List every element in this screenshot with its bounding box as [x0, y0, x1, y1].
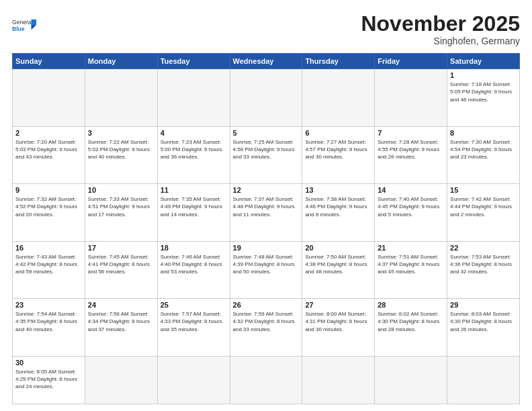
day-17: 17 Sunrise: 7:45 AM Sunset: 4:41 PM Dayl…	[85, 241, 157, 299]
day-3: 3 Sunrise: 7:22 AM Sunset: 5:02 PM Dayli…	[85, 126, 157, 184]
logo-icon: GeneralBlue	[12, 12, 38, 38]
empty-cell	[375, 69, 447, 127]
day-7: 7 Sunrise: 7:28 AM Sunset: 4:55 PM Dayli…	[375, 126, 447, 184]
subtitle: Singhofen, Germany	[361, 36, 520, 46]
calendar-row-1: 1 Sunrise: 7:18 AM Sunset: 5:05 PM Dayli…	[13, 69, 520, 127]
weekday-header-row: Sunday Monday Tuesday Wednesday Thursday…	[13, 54, 520, 69]
empty-cell	[85, 69, 157, 127]
header-sunday: Sunday	[13, 54, 85, 69]
day-4: 4 Sunrise: 7:23 AM Sunset: 5:00 PM Dayli…	[157, 126, 230, 184]
empty-cell	[375, 356, 447, 404]
day-27: 27 Sunrise: 8:00 AM Sunset: 4:31 PM Dayl…	[302, 299, 375, 357]
header-wednesday: Wednesday	[230, 54, 302, 69]
calendar-row-3: 9 Sunrise: 7:32 AM Sunset: 4:52 PM Dayli…	[13, 184, 520, 242]
day-25: 25 Sunrise: 7:57 AM Sunset: 4:33 PM Dayl…	[157, 299, 230, 357]
svg-marker-2	[32, 19, 37, 25]
title-block: November 2025 Singhofen, Germany	[361, 12, 520, 46]
day-10: 10 Sunrise: 7:33 AM Sunset: 4:51 PM Dayl…	[85, 184, 157, 242]
svg-text:General: General	[12, 19, 33, 26]
header-monday: Monday	[85, 54, 157, 69]
empty-cell	[302, 69, 375, 127]
empty-cell	[85, 356, 157, 404]
day-5: 5 Sunrise: 7:25 AM Sunset: 4:58 PM Dayli…	[230, 126, 302, 184]
day-20: 20 Sunrise: 7:50 AM Sunset: 4:38 PM Dayl…	[302, 241, 375, 299]
month-title: November 2025	[361, 12, 520, 36]
empty-cell	[13, 69, 85, 127]
logo: GeneralBlue	[12, 12, 38, 38]
day-24: 24 Sunrise: 7:56 AM Sunset: 4:34 PM Dayl…	[85, 299, 157, 357]
day-2: 2 Sunrise: 7:20 AM Sunset: 5:03 PM Dayli…	[13, 126, 85, 184]
day-6: 6 Sunrise: 7:27 AM Sunset: 4:57 PM Dayli…	[302, 126, 375, 184]
day-18: 18 Sunrise: 7:46 AM Sunset: 4:40 PM Dayl…	[157, 241, 230, 299]
day-21: 21 Sunrise: 7:51 AM Sunset: 4:37 PM Dayl…	[375, 241, 447, 299]
day-23: 23 Sunrise: 7:54 AM Sunset: 4:35 PM Dayl…	[13, 299, 85, 357]
day-22: 22 Sunrise: 7:53 AM Sunset: 4:36 PM Dayl…	[447, 241, 520, 299]
day-9: 9 Sunrise: 7:32 AM Sunset: 4:52 PM Dayli…	[13, 184, 85, 242]
svg-text:Blue: Blue	[12, 26, 25, 32]
day-14: 14 Sunrise: 7:40 AM Sunset: 4:45 PM Dayl…	[375, 184, 447, 242]
empty-cell	[157, 69, 230, 127]
calendar-table: Sunday Monday Tuesday Wednesday Thursday…	[12, 53, 520, 404]
day-1: 1 Sunrise: 7:18 AM Sunset: 5:05 PM Dayli…	[447, 69, 520, 127]
day-29: 29 Sunrise: 8:03 AM Sunset: 4:30 PM Dayl…	[447, 299, 520, 357]
calendar-row-2: 2 Sunrise: 7:20 AM Sunset: 5:03 PM Dayli…	[13, 126, 520, 184]
empty-cell	[230, 356, 302, 404]
header: GeneralBlue November 2025 Singhofen, Ger…	[12, 12, 520, 46]
empty-cell	[302, 356, 375, 404]
day-8: 8 Sunrise: 7:30 AM Sunset: 4:54 PM Dayli…	[447, 126, 520, 184]
header-tuesday: Tuesday	[157, 54, 230, 69]
day-16: 16 Sunrise: 7:43 AM Sunset: 4:42 PM Dayl…	[13, 241, 85, 299]
day-19: 19 Sunrise: 7:48 AM Sunset: 4:39 PM Dayl…	[230, 241, 302, 299]
day-12: 12 Sunrise: 7:37 AM Sunset: 4:48 PM Dayl…	[230, 184, 302, 242]
day-11: 11 Sunrise: 7:35 AM Sunset: 4:49 PM Dayl…	[157, 184, 230, 242]
day-13: 13 Sunrise: 7:38 AM Sunset: 4:46 PM Dayl…	[302, 184, 375, 242]
day-26: 26 Sunrise: 7:59 AM Sunset: 4:32 PM Dayl…	[230, 299, 302, 357]
empty-cell	[230, 69, 302, 127]
day-30: 30 Sunrise: 8:05 AM Sunset: 4:29 PM Dayl…	[13, 356, 85, 404]
page: GeneralBlue November 2025 Singhofen, Ger…	[0, 0, 532, 411]
svg-marker-3	[32, 25, 37, 30]
calendar-row-5: 23 Sunrise: 7:54 AM Sunset: 4:35 PM Dayl…	[13, 299, 520, 357]
empty-cell	[157, 356, 230, 404]
header-friday: Friday	[375, 54, 447, 69]
header-thursday: Thursday	[302, 54, 375, 69]
header-saturday: Saturday	[447, 54, 520, 69]
empty-cell	[447, 356, 520, 404]
day-28: 28 Sunrise: 8:02 AM Sunset: 4:30 PM Dayl…	[375, 299, 447, 357]
day-15: 15 Sunrise: 7:42 AM Sunset: 4:44 PM Dayl…	[447, 184, 520, 242]
calendar-row-6: 30 Sunrise: 8:05 AM Sunset: 4:29 PM Dayl…	[13, 356, 520, 404]
calendar-row-4: 16 Sunrise: 7:43 AM Sunset: 4:42 PM Dayl…	[13, 241, 520, 299]
